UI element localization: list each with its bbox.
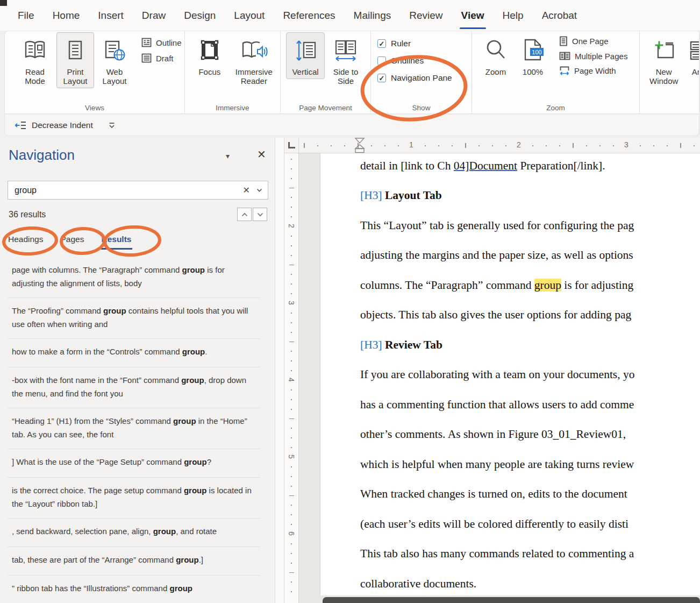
document-text-line: (each user’s edits will be colored diffe… — [360, 517, 628, 531]
side-to-side-icon — [332, 37, 360, 65]
next-result-button[interactable] — [253, 208, 267, 221]
quick-access-bar: Decrease Indent — [4, 115, 699, 136]
vertical-button[interactable]: Vertical — [286, 32, 325, 79]
menu-tab-view[interactable]: View — [452, 0, 494, 31]
navigation-pane-options-dropdown[interactable]: ▾ — [226, 152, 230, 160]
search-options-chevron-icon[interactable] — [255, 188, 268, 192]
focus-button[interactable]: Focus — [191, 32, 228, 79]
search-result-item[interactable]: ” ribbon tab has the “Illustrations” com… — [8, 576, 260, 603]
ruler-inch-number: 4 — [287, 376, 296, 384]
document-text-line: other’s comments. As shown in Figure 03_… — [360, 428, 626, 441]
nav-tab-pages[interactable]: Pages — [61, 235, 84, 249]
search-result-item[interactable]: “Heading 1” (H1) from the “Styles” comma… — [8, 408, 260, 449]
one-page-icon — [559, 36, 568, 46]
new-window-button[interactable]: New Window — [646, 32, 681, 88]
ribbon-group-zoom: Zoom 100 100% — [472, 31, 640, 113]
ruler-checkbox-row[interactable]: ✓ Ruler — [377, 39, 472, 48]
document-text-line: [H3] Layout Tab — [360, 189, 442, 202]
document-text-line: columns. The “Paragraph” command group i… — [360, 279, 633, 292]
draft-label: Draft — [156, 54, 174, 63]
window-corner-accent — [0, 0, 7, 6]
ribbon-group-window: New Window Ar — [640, 31, 699, 113]
decrease-indent-dropdown[interactable] — [108, 122, 116, 129]
focus-icon — [198, 37, 221, 65]
tab-stop-selector[interactable] — [284, 138, 299, 153]
menu-tab-help[interactable]: Help — [494, 0, 533, 31]
document-text-line: If you are collaborating with a team on … — [360, 368, 634, 381]
document-text-line: [H3] Review Tab — [360, 338, 442, 352]
gridlines-checkbox[interactable] — [377, 56, 386, 65]
ruler-inch-number: 2 — [287, 222, 296, 230]
menu-tab-insert[interactable]: Insert — [89, 0, 133, 31]
web-layout-button[interactable]: Web Layout — [94, 32, 135, 88]
arrange-all-label-partial: Ar — [692, 67, 699, 76]
search-result-item[interactable]: -box with the font name in the “Font” co… — [8, 367, 260, 408]
navigation-pane-close-button[interactable]: ✕ — [257, 148, 266, 161]
search-clear-icon[interactable]: ✕ — [238, 185, 255, 195]
search-results-list: page with columns. The “Paragraph” comma… — [8, 257, 260, 603]
document-text-line: This “Layout” tab is generally used for … — [360, 219, 634, 232]
show-group-label: Show — [371, 104, 472, 112]
gridlines-checkbox-row[interactable]: Gridlines — [377, 56, 472, 66]
menu-tab-review[interactable]: Review — [400, 0, 452, 31]
read-mode-label: Read Mode — [17, 67, 53, 86]
immersive-reader-icon — [240, 37, 268, 65]
multiple-pages-button[interactable]: Multiple Pages — [559, 51, 627, 61]
decrease-indent-label[interactable]: Decrease Indent — [32, 120, 93, 130]
document-text-line: When tracked changes is turned on, edits… — [360, 487, 627, 501]
zoom-group-label: Zoom — [472, 104, 639, 112]
immersive-group-label: Immersive — [185, 104, 280, 112]
menu-tab-file[interactable]: File — [9, 0, 44, 31]
vertical-icon — [294, 37, 317, 65]
search-result-item[interactable]: ] What is the use of the “Page Setup” co… — [8, 449, 260, 478]
ribbon: Read Mode Print Layout — [4, 31, 699, 114]
side-to-side-button[interactable]: Side to Side — [325, 32, 367, 88]
menu-tab-draw[interactable]: Draw — [133, 0, 175, 31]
menu-tab-layout[interactable]: Layout — [225, 0, 274, 31]
navigation-pane-checkbox[interactable]: ✓ — [377, 74, 386, 82]
navigation-search-box: ✕ — [8, 181, 268, 200]
one-page-button[interactable]: One Page — [559, 36, 627, 46]
read-mode-button[interactable]: Read Mode — [13, 32, 56, 88]
arrange-all-button-partial[interactable]: Ar — [683, 32, 699, 79]
previous-result-button[interactable] — [237, 208, 252, 221]
zoom-button[interactable]: Zoom — [477, 32, 514, 79]
read-mode-icon — [23, 37, 47, 65]
ribbon-group-show: ✓ Ruler Gridlines ✓ Navigation Pane Show — [371, 31, 472, 113]
menu-tab-home[interactable]: Home — [44, 0, 89, 31]
zoom-100-button[interactable]: 100 100% — [514, 32, 552, 79]
search-result-item[interactable]: how to make a form in the “Controls” com… — [8, 339, 260, 367]
draft-button[interactable]: Draft — [141, 53, 182, 63]
vertical-ruler[interactable]: 23456 — [284, 153, 299, 603]
page-movement-group-label: Page Movement — [281, 104, 370, 112]
menu-tab-mailings[interactable]: Mailings — [345, 0, 401, 31]
new-window-icon — [652, 37, 676, 65]
nav-tab-results[interactable]: Results — [101, 235, 131, 249]
menu-tab-design[interactable]: Design — [175, 0, 225, 31]
horizontal-ruler[interactable]: 123 — [299, 138, 700, 153]
indent-markers[interactable] — [353, 138, 367, 153]
menu-tab-references[interactable]: References — [274, 0, 344, 31]
document-text-line: which is helpful when many people are ta… — [360, 458, 634, 471]
ruler-inch-number: 3 — [624, 140, 629, 149]
views-group-label: Views — [5, 104, 184, 112]
search-result-item[interactable]: The “Proofing” command group contains he… — [8, 298, 260, 339]
navigation-pane-scrollbar[interactable] — [275, 138, 284, 603]
menu-tab-acrobat[interactable]: Acrobat — [533, 0, 586, 31]
document-text-line: collaborative documents. — [360, 577, 476, 591]
results-count: 36 results — [9, 210, 46, 219]
print-layout-label: Print Layout — [60, 67, 91, 86]
search-result-item[interactable]: page with columns. The “Paragraph” comma… — [8, 257, 260, 298]
navigation-search-input[interactable] — [8, 186, 238, 195]
multiple-pages-icon — [559, 51, 570, 61]
ruler-checkbox[interactable]: ✓ — [377, 39, 386, 48]
immersive-reader-button[interactable]: Immersive Reader — [228, 32, 280, 88]
outline-button[interactable]: Outline — [141, 38, 182, 47]
search-result-item[interactable]: is the correct choice. The page setup co… — [8, 478, 260, 519]
search-result-item[interactable]: , send backward, selection pane, align, … — [8, 519, 260, 547]
nav-tab-headings[interactable]: Headings — [8, 235, 44, 249]
navigation-pane-checkbox-row[interactable]: ✓ Navigation Pane — [377, 73, 472, 83]
search-result-item[interactable]: tab, these are part of the “Arrange” com… — [8, 547, 260, 576]
page-width-button[interactable]: Page Width — [559, 66, 627, 76]
print-layout-button[interactable]: Print Layout — [56, 32, 94, 88]
